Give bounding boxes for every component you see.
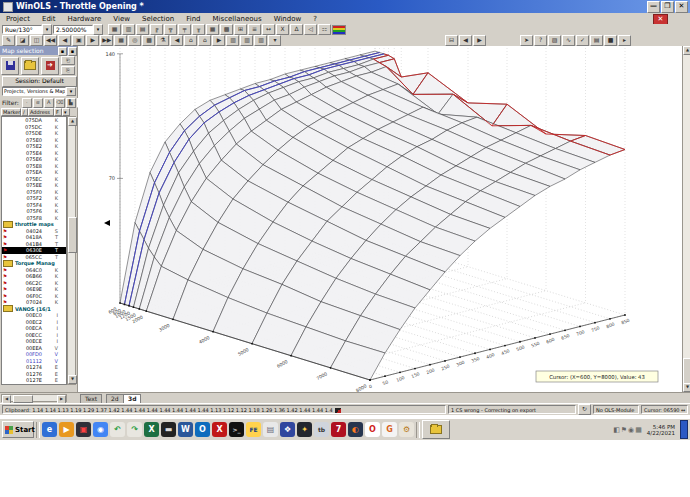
map-3d-view[interactable]: 6008001000120015002000300040005000600070… [78,46,682,392]
notepad-icon[interactable]: ▤ [263,422,278,437]
menu-item-hardware[interactable]: Hardware [62,15,108,23]
close-x-icon[interactable]: X [212,422,227,437]
toolbar2-button-9[interactable]: ◎ [128,35,141,46]
map-list-row[interactable]: 075DCK [2,124,66,131]
firefox-icon[interactable]: ◐ [348,422,363,437]
google-icon[interactable]: G [382,422,397,437]
toolbar2-right-button-7[interactable]: ▸ [618,35,631,46]
map-list-row[interactable]: ⚑0630ET [2,247,66,254]
toolbar2-right-button-4[interactable]: ✓ [576,35,589,46]
chevron-down-icon[interactable]: ▾ [66,87,76,96]
filter-button-3[interactable]: ⌫ [55,98,65,108]
map-list-row[interactable]: 00EC2I [2,319,66,326]
map-list-row[interactable]: 0127EE [2,377,66,384]
toolbar2-right-button-0[interactable]: ➤ [520,35,533,46]
toolbar2-right-button-5[interactable]: ▤ [590,35,603,46]
map-list-row[interactable]: ⚑06B66K [2,273,66,280]
scroll-down-icon[interactable]: ▼ [68,375,77,384]
toolbar2-button-18[interactable]: ▥ [254,35,267,46]
app-dark-icon[interactable]: ✦ [297,422,312,437]
toolbar2-button-13[interactable]: ⌂ [184,35,197,46]
ie-icon[interactable]: e [42,422,57,437]
view-vscrollbar[interactable]: ▲ ▼ [682,46,690,392]
scrollbar-thumb[interactable] [13,395,33,403]
toolbar2-mid-button-0[interactable]: ⊟ [445,35,458,46]
map-list-row[interactable]: 00ECEI [2,338,66,345]
tray-icon-3[interactable]: ▦ [635,426,642,434]
toolbar2-button-0[interactable]: ✎ [2,35,15,46]
chrome-icon[interactable]: ◉ [93,422,108,437]
map-list[interactable]: 075DAK075DCK075DEK075E0K075E2K075E4K075E… [1,116,67,385]
maximize-button[interactable]: ❐ [661,1,674,13]
chevron-down-icon[interactable]: ▾ [42,24,52,35]
map-list-row[interactable]: 075E8K [2,163,66,170]
redo-arrow-icon[interactable]: ↷ [127,422,142,437]
wrench-icon[interactable]: ⚙ [399,422,414,437]
column-header-F[interactable]: F [54,108,62,116]
toolbar2-button-5[interactable]: ▣ [72,35,85,46]
map-list-row[interactable]: 075F0K [2,189,66,196]
filter-button-4[interactable]: ▙ [66,98,76,108]
map-list-row[interactable]: 01112V [2,358,66,365]
tray-icon-0[interactable]: ◧ [613,426,620,434]
toolbar2-button-15[interactable]: ▶ [212,35,225,46]
toolbar2-button-10[interactable]: ▩ [142,35,155,46]
toolbar1-button-7[interactable]: ▦ [206,24,219,35]
column-header-Address[interactable]: Address [28,108,54,116]
scroll-up-icon[interactable]: ▲ [683,46,690,55]
toolbar2-button-16[interactable]: ▥ [226,35,239,46]
media-player-icon[interactable]: ▶ [59,422,74,437]
toolbar2-button-12[interactable]: ◀ [170,35,183,46]
toolbar1-button-13[interactable]: Δ [290,24,303,35]
map-list-row[interactable]: 075ECK [2,176,66,183]
toolbar1-button-15[interactable]: ⚏ [318,24,331,35]
word-icon[interactable]: W [178,422,193,437]
save-button[interactable] [1,57,19,75]
toolbar2-right-button-2[interactable]: ▨ [548,35,561,46]
color-scale-icon[interactable] [332,25,346,35]
map-list-row[interactable]: ⚑041B4T [2,241,66,248]
toolbar2-right-button-3[interactable]: ∿ [562,35,575,46]
toolbar2-button-1[interactable]: ◪ [16,35,29,46]
minimize-button[interactable]: — [647,1,660,13]
menu-item-miscellaneous[interactable]: Miscellaneous [207,15,268,23]
checksum-icon[interactable]: ↻ [578,404,591,415]
toolbar1-button-2[interactable]: ▤ [136,24,149,35]
app-red-icon[interactable]: 7 [331,422,346,437]
menu-item-edit[interactable]: Edit [36,15,62,23]
scroll-down-icon[interactable]: ▼ [683,383,690,392]
map-list-row[interactable]: 00EC0I [2,312,66,319]
toolbar2-button-14[interactable]: ⌂ [198,35,211,46]
toolbar2-button-6[interactable]: ▶ [86,35,99,46]
toolbar2-button-17[interactable]: ▥ [240,35,253,46]
toolbar2-mid-button-2[interactable]: ▶ [473,35,486,46]
toolbar1-button-0[interactable]: ▦ [108,24,121,35]
map-list-row[interactable]: 00ECAI [2,325,66,332]
map-list-row[interactable]: ⚑0418AT [2,234,66,241]
map-list-hscrollbar[interactable]: ◀ ▶ [1,394,67,402]
scope-combo[interactable]: Projects, Versions & Maps (Ctrl ▾ [2,87,76,96]
toolbar2-mid-button-1[interactable]: ◀ [459,35,472,46]
open-project-button[interactable] [21,57,39,75]
panel-extra-button-2[interactable]: ⎘ [61,66,75,75]
filter-button-2[interactable]: A [44,98,54,108]
map-list-row[interactable]: 00ECCI [2,332,66,339]
toolbar1-button-9[interactable]: ⊞ [234,24,247,35]
map-list-row[interactable]: 075F6K [2,208,66,215]
column-header-[interactable]: / [21,108,28,116]
toolbar2-button-7[interactable]: ▶▶ [100,35,113,46]
column-header-[interactable]: ▾ [62,108,70,116]
toolbar1-button-6[interactable]: ╥ [192,24,205,35]
map-list-row[interactable]: 075E6K [2,156,66,163]
outlook-icon[interactable]: O [195,422,210,437]
toolbar2-button-2[interactable]: ◫ [30,35,43,46]
taskbar-window-button[interactable] [422,420,450,439]
toolbar2-button-19[interactable]: ▾ [268,35,281,46]
winols-icon[interactable]: ▣ [76,422,91,437]
map-list-row[interactable]: 00FD0V [2,351,66,358]
toolbar1-button-8[interactable]: ▩ [220,24,233,35]
export-button[interactable]: ➜ [41,57,59,75]
thunderbird-icon[interactable]: tb [314,422,329,437]
map-list-row[interactable]: ⚑064C0K [2,267,66,274]
undo-arrow-icon[interactable]: ↶ [110,422,125,437]
